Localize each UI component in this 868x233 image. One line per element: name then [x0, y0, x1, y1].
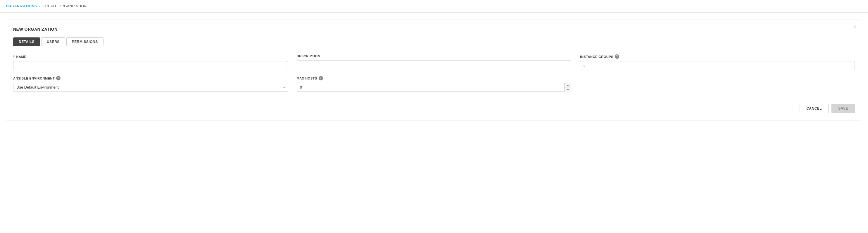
field-ansible-environment: ANSIBLE ENVIRONMENT ? Use Default Enviro…	[13, 76, 288, 92]
field-description: DESCRIPTION	[297, 54, 571, 70]
form-actions: CANCEL SAVE	[13, 99, 855, 113]
label-ansible-environment: ANSIBLE ENVIRONMENT ?	[13, 76, 288, 80]
instance-groups-search-input[interactable]	[580, 61, 855, 70]
label-name: * NAME	[13, 54, 288, 59]
ansible-environment-help-icon[interactable]: ?	[56, 76, 61, 80]
ansible-environment-select[interactable]: Use Default Environment	[13, 83, 288, 92]
create-organization-card: × NEW ORGANIZATION DETAILS USERS PERMISS…	[6, 20, 862, 121]
max-hosts-input-wrapper: ▲ ▼	[297, 83, 571, 92]
name-input[interactable]	[13, 61, 288, 70]
label-max-hosts: MAX HOSTS ?	[297, 76, 571, 80]
instance-groups-search-wrapper: ⌕	[580, 61, 855, 70]
breadcrumb-separator: /	[39, 4, 40, 8]
field-max-hosts: MAX HOSTS ? ▲ ▼	[297, 76, 571, 92]
field-name: * NAME	[13, 54, 288, 70]
form-grid: * NAME DESCRIPTION INSTANCE GROUPS	[13, 54, 855, 92]
breadcrumb-link-organizations[interactable]: ORGANIZATIONS	[6, 4, 37, 8]
number-spinners: ▲ ▼	[564, 83, 571, 92]
tab-details[interactable]: DETAILS	[13, 37, 40, 46]
description-input[interactable]	[297, 60, 571, 69]
label-instance-groups: INSTANCE GROUPS ?	[580, 54, 855, 59]
max-hosts-help-icon[interactable]: ?	[319, 76, 323, 80]
spinner-up-button[interactable]: ▲	[564, 83, 571, 88]
tab-permissions[interactable]: PERMISSIONS	[66, 37, 103, 46]
spinner-down-button[interactable]: ▼	[564, 88, 571, 92]
tab-users[interactable]: USERS	[41, 37, 65, 46]
close-button[interactable]: ×	[851, 23, 858, 30]
tabs: DETAILS USERS PERMISSIONS	[13, 37, 855, 46]
ansible-environment-select-wrapper: Use Default Environment ▾	[13, 83, 288, 92]
card-title: NEW ORGANIZATION	[13, 27, 855, 32]
save-button[interactable]: SAVE	[832, 104, 855, 113]
label-description: DESCRIPTION	[297, 54, 571, 58]
cancel-button[interactable]: CANCEL	[800, 104, 829, 113]
field-instance-groups: INSTANCE GROUPS ? ⌕	[580, 54, 855, 70]
max-hosts-input[interactable]	[297, 83, 571, 92]
required-star: *	[13, 54, 15, 59]
breadcrumb: ORGANIZATIONS / CREATE ORGANIZATION	[0, 0, 868, 12]
breadcrumb-current: CREATE ORGANIZATION	[43, 4, 87, 8]
instance-groups-help-icon[interactable]: ?	[615, 54, 619, 59]
